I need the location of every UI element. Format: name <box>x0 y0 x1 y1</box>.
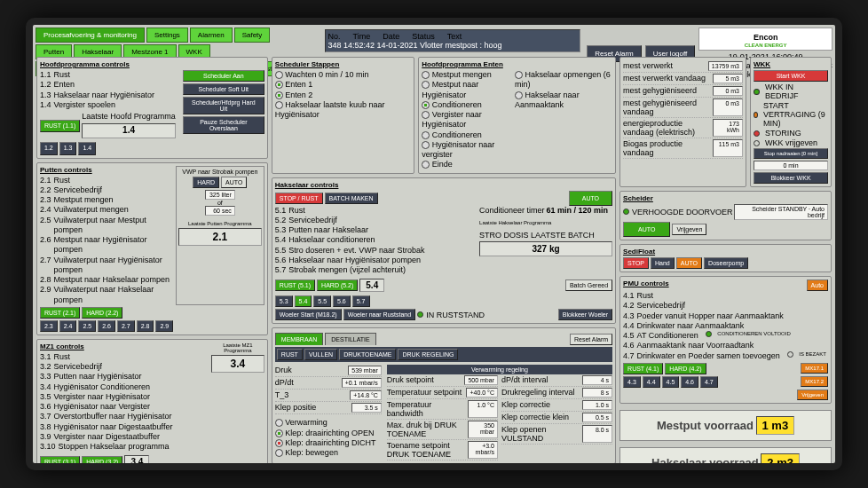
pmu-46[interactable]: 4.6 <box>681 376 698 388</box>
top-bar: Procesafvoering & monitoring Settings Al… <box>33 25 835 53</box>
hoofd-step-14[interactable]: 1.4 <box>78 142 96 155</box>
scheduler-aan-button[interactable]: Scheduler Aan <box>183 70 264 82</box>
pmu-mx171-button[interactable]: MX17.1 <box>801 363 828 374</box>
nav-procesafvoering[interactable]: Procesafvoering & monitoring <box>36 28 145 43</box>
klep-correctie-klein[interactable]: 0.5 s <box>582 413 612 422</box>
haks-batch-button[interactable]: BATCH MAKEN <box>325 193 378 204</box>
sedi-stop-button[interactable]: STOP <box>623 257 649 269</box>
sedi-hand-button[interactable]: Hand <box>651 257 675 269</box>
tab-destillatie[interactable]: DESTILLATIE <box>325 333 375 345</box>
mem-druktoename-button[interactable]: DRUKTOENAME <box>339 349 396 360</box>
pmu-hard-button[interactable]: HARD (4.2) <box>665 363 706 374</box>
woeler-ruststand-button[interactable]: Woeler naar Ruststand <box>343 309 415 320</box>
scheduler-pauze-button[interactable]: Pauze Scheduler Overslaan <box>183 116 264 134</box>
scheduler-soft-uit-button[interactable]: Scheduler Soft Uit <box>183 83 264 95</box>
alarm-row: 348 14:52:42 14-01-2021 Vlotter mestpost… <box>327 41 578 50</box>
scheduler-stappen-panel: Scheduler Stappen Wachten 0 min / 10 min… <box>272 57 414 174</box>
pmu-rust-button[interactable]: RUST (4.1) <box>623 363 663 374</box>
enten-panel: Hoofdprogramma Enten Mestput mengen Mest… <box>418 57 616 174</box>
dpdt-interval[interactable]: 4 s <box>582 375 612 385</box>
putten-28[interactable]: 2.8 <box>137 320 154 332</box>
putten-29[interactable]: 2.9 <box>155 320 173 332</box>
putten-25[interactable]: 2.5 <box>78 320 96 332</box>
wkk-blokkeer-button[interactable]: Blokkeer WKK <box>754 172 828 184</box>
putten-26[interactable]: 2.6 <box>98 320 115 332</box>
scheduler-hard-uit-button[interactable]: Scheduler/Hfdprg Hard Uit <box>183 97 264 114</box>
scheider-auto-button[interactable]: AUTO <box>623 222 670 237</box>
putten-23[interactable]: 2.3 <box>40 320 58 332</box>
scheider-title: Scheider <box>623 194 828 202</box>
haks-auto-button[interactable]: AUTO <box>569 191 612 206</box>
mz1-current: 3.4 <box>124 455 149 468</box>
nav-alarmen[interactable]: Alarmen <box>190 28 233 43</box>
pmu-mx172-button[interactable]: MX17.2 <box>801 376 828 387</box>
nav-settings[interactable]: Settings <box>146 28 188 43</box>
temp-bandwidth[interactable]: 1.0 °C <box>468 400 498 418</box>
scheider-status-box: Scheider STANDBY · Auto bedrijf <box>734 204 828 220</box>
hoofd-title: Hoofdprogramma controls <box>40 60 264 68</box>
haks-rust-button[interactable]: RUST (5.1) <box>275 279 315 291</box>
drukregeling-interval[interactable]: 8 s <box>582 388 612 397</box>
hakselaar-voorraad-box: Hakselaar voorraad 2 m3 <box>619 447 832 470</box>
vwp-auto-button[interactable]: AUTO <box>221 177 247 188</box>
sedi-dose-button[interactable]: Doseerpomp <box>704 257 748 269</box>
putten-hard-button[interactable]: HARD (2.2) <box>82 307 122 319</box>
pmu-45[interactable]: 4.5 <box>662 376 680 388</box>
pmu-47[interactable]: 4.7 <box>700 376 718 388</box>
putten-27[interactable]: 2.7 <box>117 320 135 332</box>
haks-55[interactable]: 5.5 <box>313 295 331 307</box>
pmu-panel: PMU controls Auto 4.1Rust 4.2Servicebedr… <box>619 276 832 404</box>
haks-stro-dose: 327 kg <box>479 241 612 256</box>
wkk-start-button[interactable]: Start WKK <box>754 70 828 82</box>
scheider-vrijgeven-button[interactable]: Vrijgeven <box>672 224 706 235</box>
putten-rust-button[interactable]: RUST (2.1) <box>40 307 80 319</box>
hoofd-rust-button[interactable]: RUST (1.1) <box>40 120 80 133</box>
haks-stop-button[interactable]: STOP / RUST <box>275 193 323 204</box>
mem-vullen-button[interactable]: VULLEN <box>304 349 337 360</box>
mz1-title: MZ1 controls <box>40 342 208 350</box>
haks-57[interactable]: 5.7 <box>352 295 370 307</box>
haks-batch-ready[interactable]: Batch Gereed <box>565 279 612 291</box>
mest-verwerkt: 13759 m3 <box>708 61 743 71</box>
klep-openen-vulstand[interactable]: 8.0 s <box>582 425 612 443</box>
druk-setpoint[interactable]: 500 mbar <box>464 375 498 385</box>
membraan-panel: MEMBRAAN DESTILLATIE Reset Alarm RUST VU… <box>272 327 616 464</box>
vwp-timer: 60 sec <box>205 206 235 216</box>
sedi-auto-button[interactable]: AUTO <box>676 257 702 269</box>
pmu-43[interactable]: 4.3 <box>623 376 641 388</box>
tab-membraan[interactable]: MEMBRAAN <box>275 333 323 345</box>
nav-safety[interactable]: Safety <box>234 28 271 43</box>
hoofd-step-13[interactable]: 1.3 <box>59 142 77 155</box>
energie-vandaag: 173 kWh <box>713 119 743 137</box>
haks-54[interactable]: 5.4 <box>295 295 312 307</box>
mz1-rust-button[interactable]: RUST (3.1) <box>40 456 80 468</box>
vwp-hard-button[interactable]: HARD <box>193 177 219 188</box>
haks-hard-button[interactable]: HARD (5.2) <box>317 279 358 291</box>
haks-56[interactable]: 5.6 <box>333 295 351 307</box>
woeler-start-button[interactable]: Woeler Start (M18.2) <box>275 309 342 320</box>
mem-reset-alarm-button[interactable]: Reset Alarm <box>570 334 612 345</box>
mem-drukregeling-button[interactable]: DRUK REGELING <box>398 349 458 360</box>
toename-setpoint[interactable]: +3.0 mbar/s <box>468 441 498 459</box>
putten-24[interactable]: 2.4 <box>59 320 77 332</box>
mestput-voorraad-value: 1 m3 <box>756 416 795 435</box>
mest-gehyg-vandaag: 0 m3 <box>713 98 743 116</box>
blokkeer-woeler-button[interactable]: Blokkeer Woeler <box>558 309 612 320</box>
mem-rust-button[interactable]: RUST <box>277 349 303 360</box>
pmu-44[interactable]: 4.4 <box>643 376 660 388</box>
pmu-vrijgeven-button[interactable]: Vrijgeven <box>797 390 828 400</box>
wkk-stop-nadraaien-button[interactable]: Stop nadraaien [0 min] <box>754 148 828 159</box>
sched-title: Scheduler Stappen <box>275 60 411 68</box>
pmu-auto-button[interactable]: Auto <box>807 279 828 291</box>
putten-title: Putten controls <box>40 166 172 174</box>
mz1-hard-button[interactable]: HARD (3.2) <box>82 456 122 468</box>
klep-correctie[interactable]: 1.0 s <box>582 400 612 410</box>
mem-dpdt: +0.1 mbar/s <box>342 378 382 388</box>
temp-setpoint[interactable]: +40.0 °C <box>466 388 498 397</box>
scheider-panel: Scheider VERHOOGDE DOORVOER Scheider STA… <box>619 191 832 240</box>
verwarming-header: Verwarming regeling <box>387 365 612 374</box>
haks-current: 5.4 <box>359 279 384 292</box>
haks-53[interactable]: 5.3 <box>275 295 293 307</box>
max-druk[interactable]: 350 mbar <box>468 421 498 438</box>
hoofd-step-12[interactable]: 1.2 <box>40 142 58 155</box>
